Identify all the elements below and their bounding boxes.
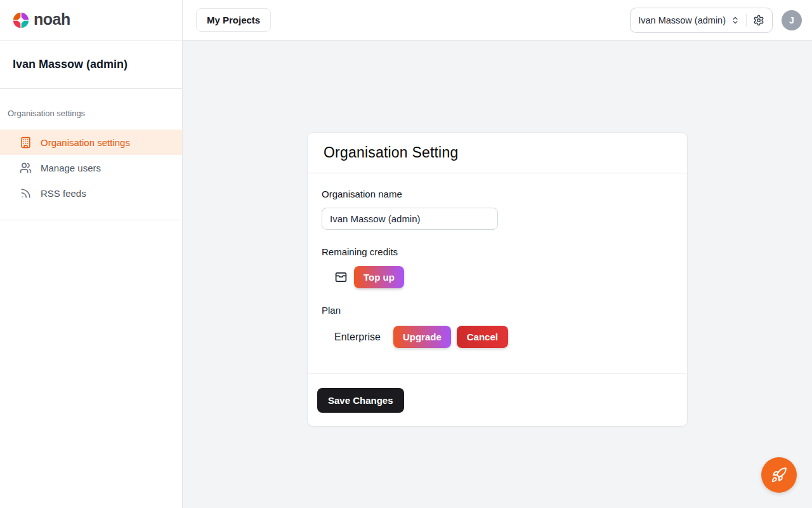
- sidebar-item-label: Manage users: [41, 163, 101, 173]
- credits-label: Remaining credits: [322, 246, 673, 257]
- org-select-value: Ivan Massow (admin): [638, 15, 726, 25]
- sidebar-item-manage-users[interactable]: Manage users: [0, 155, 182, 180]
- card-footer: Save Changes: [308, 373, 687, 426]
- topbar: My Projects Ivan Massow (admin) J: [183, 0, 812, 41]
- avatar[interactable]: J: [782, 10, 802, 30]
- gear-icon[interactable]: [753, 15, 764, 26]
- building-icon: [19, 136, 32, 149]
- card-header: Organisation Setting: [308, 133, 687, 173]
- org-select[interactable]: Ivan Massow (admin): [630, 8, 773, 33]
- wallet-icon: [334, 271, 348, 284]
- noah-logo-icon: [13, 12, 29, 29]
- plan-row: Enterprise Upgrade Cancel: [334, 326, 673, 348]
- rss-icon: [19, 187, 32, 199]
- sidebar-logo-area: noah: [0, 0, 182, 41]
- sidebar-item-label: Organisation settings: [41, 137, 130, 148]
- divider: [746, 14, 747, 27]
- cancel-button[interactable]: Cancel: [457, 326, 508, 348]
- org-name-label: Organisation name: [322, 189, 673, 199]
- users-icon: [19, 161, 32, 174]
- brand-name: noah: [34, 11, 70, 29]
- org-heading-text: Ivan Massow (admin): [13, 58, 169, 71]
- card-title: Organisation Setting: [324, 144, 671, 161]
- rocket-icon: [771, 467, 787, 483]
- plan-label: Plan: [322, 305, 673, 316]
- chevrons-up-down-icon: [731, 16, 740, 25]
- org-name-input[interactable]: [322, 208, 498, 230]
- save-changes-button[interactable]: Save Changes: [317, 388, 404, 413]
- upgrade-button[interactable]: Upgrade: [393, 326, 451, 348]
- sidebar-org-heading: Ivan Massow (admin): [0, 41, 182, 89]
- sidebar-item-label: RSS feeds: [41, 188, 86, 199]
- rocket-fab-button[interactable]: [761, 457, 797, 493]
- organisation-setting-card: Organisation Setting Organisation name R…: [307, 132, 688, 427]
- sidebar-section-label: Organisation settings: [0, 89, 182, 130]
- main-area: My Projects Ivan Massow (admin) J: [183, 0, 812, 508]
- credits-row: Top up: [334, 266, 673, 288]
- sidebar-item-organisation-settings[interactable]: Organisation settings: [0, 130, 182, 155]
- card-body: Organisation name Remaining credits Top …: [308, 173, 687, 373]
- plan-value: Enterprise: [334, 331, 387, 343]
- sidebar: noah Ivan Massow (admin) Organisation se…: [0, 0, 183, 508]
- my-projects-button[interactable]: My Projects: [196, 8, 271, 32]
- content: Organisation Setting Organisation name R…: [183, 41, 812, 508]
- top-up-button[interactable]: Top up: [354, 266, 404, 288]
- brand-logo[interactable]: noah: [13, 11, 70, 29]
- sidebar-nav: Organisation settings Manage users: [0, 130, 182, 220]
- sidebar-item-rss-feeds[interactable]: RSS feeds: [0, 180, 182, 206]
- topbar-right: Ivan Massow (admin) J: [630, 8, 802, 33]
